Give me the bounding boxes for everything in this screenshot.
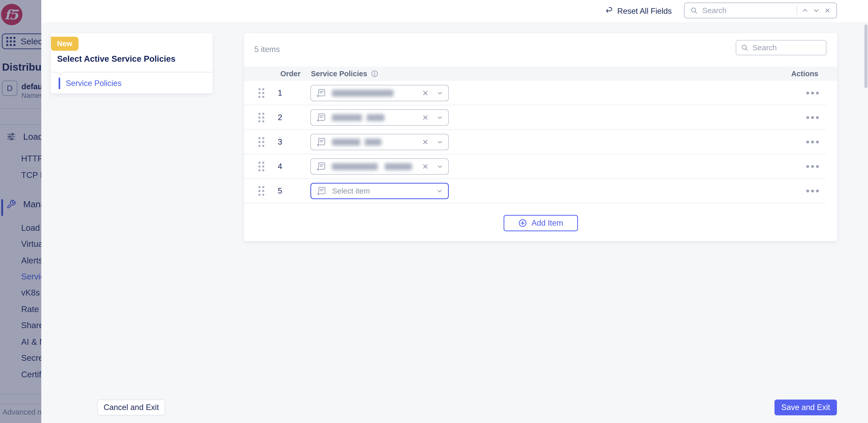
nav-item-label: Service Policies [66, 79, 122, 88]
cancel-and-exit-button[interactable]: Cancel and Exit [97, 399, 165, 415]
policy-doc-icon [316, 186, 327, 196]
row-divider [244, 203, 827, 203]
clear-selection-icon[interactable] [422, 163, 429, 170]
service-policies-card: 5 items Order Service Policies [244, 33, 837, 241]
column-order: Order [280, 70, 301, 78]
divider [51, 72, 213, 72]
modal-body: New Select Active Service Policies Servi… [41, 22, 868, 423]
drag-handle-icon[interactable] [258, 137, 264, 147]
order-number: 1 [278, 88, 289, 98]
redacted-policy-value [332, 163, 412, 170]
modal-title: Select Active Service Policies [57, 54, 176, 64]
policy-select[interactable]: Select item [310, 183, 449, 199]
drag-handle-icon[interactable] [258, 186, 264, 196]
reset-icon [605, 7, 613, 15]
order-number: 5 [278, 186, 289, 195]
policy-doc-icon [316, 88, 326, 98]
reset-all-fields-button[interactable]: Reset All Fields [605, 0, 672, 22]
redacted-policy-value [332, 114, 384, 121]
items-count: 5 items [254, 45, 280, 54]
service-policies-modal: Reset All Fields New Select Active Servi [41, 0, 868, 423]
table-row: 1 [244, 81, 837, 105]
chevron-down-icon[interactable] [437, 163, 443, 170]
drag-handle-icon[interactable] [258, 88, 264, 98]
clear-selection-icon[interactable] [422, 139, 429, 146]
search-close-icon[interactable] [824, 7, 831, 14]
redacted-policy-value [332, 90, 394, 97]
search-prev-icon[interactable] [802, 7, 808, 14]
collapse-notch-icon[interactable] [57, 69, 63, 75]
table-rows: 1 [244, 81, 837, 203]
chevron-down-icon[interactable] [437, 114, 443, 121]
table-header: Order Service Policies Actions [244, 66, 837, 81]
column-service-policies: Service Policies [311, 70, 378, 78]
policy-doc-icon [316, 161, 326, 172]
drag-handle-icon[interactable] [258, 162, 264, 171]
policy-select[interactable] [310, 110, 449, 126]
card-search-input[interactable] [752, 43, 822, 52]
row-actions-menu[interactable] [804, 89, 822, 97]
select-placeholder: Select item [332, 187, 370, 195]
info-icon[interactable] [371, 70, 378, 78]
table-row: 4 [244, 154, 837, 179]
divider [797, 6, 797, 15]
search-next-icon[interactable] [813, 7, 819, 14]
header-search-box [684, 3, 837, 18]
table-row: 2 [244, 105, 837, 130]
chevron-down-icon[interactable] [436, 188, 443, 194]
drag-handle-icon[interactable] [258, 113, 264, 122]
policy-select[interactable] [310, 158, 449, 175]
nav-item-service-policies[interactable]: Service Policies [59, 78, 122, 89]
policy-select[interactable] [310, 85, 449, 101]
policy-select[interactable] [310, 134, 449, 150]
card-search-box [736, 40, 827, 55]
add-item-label: Add Item [531, 218, 563, 228]
order-number: 4 [278, 162, 289, 171]
row-actions-menu[interactable] [804, 187, 822, 195]
row-actions-menu[interactable] [804, 163, 822, 171]
reset-label: Reset All Fields [617, 7, 672, 16]
search-icon [690, 7, 698, 14]
clear-selection-icon[interactable] [422, 114, 429, 121]
scrollbar-thumb[interactable] [864, 25, 867, 88]
modal-scrim[interactable] [0, 0, 41, 423]
column-actions: Actions [791, 70, 818, 78]
order-number: 2 [278, 113, 289, 122]
search-icon [741, 44, 748, 52]
policy-doc-icon [316, 113, 326, 123]
column-label: Service Policies [311, 70, 367, 78]
active-indicator-bar [59, 78, 60, 89]
new-badge: New [51, 37, 79, 51]
policy-doc-icon [316, 137, 326, 147]
order-number: 3 [278, 138, 289, 147]
chevron-down-icon[interactable] [437, 90, 443, 96]
table-row: 5 Select item [244, 179, 837, 203]
plus-circle-icon [518, 218, 527, 228]
chevron-down-icon[interactable] [437, 139, 443, 145]
row-actions-menu[interactable] [804, 138, 822, 146]
modal-header: Reset All Fields [41, 0, 868, 22]
add-item-button[interactable]: Add Item [503, 215, 578, 231]
table-row: 3 [244, 130, 837, 154]
header-search-input[interactable] [702, 6, 792, 15]
save-and-exit-button[interactable]: Save and Exit [774, 399, 837, 415]
row-actions-menu[interactable] [804, 114, 822, 122]
modal-nav-panel: New Select Active Service Policies Servi… [51, 33, 213, 93]
redacted-policy-value [332, 139, 381, 146]
clear-selection-icon[interactable] [422, 90, 429, 97]
